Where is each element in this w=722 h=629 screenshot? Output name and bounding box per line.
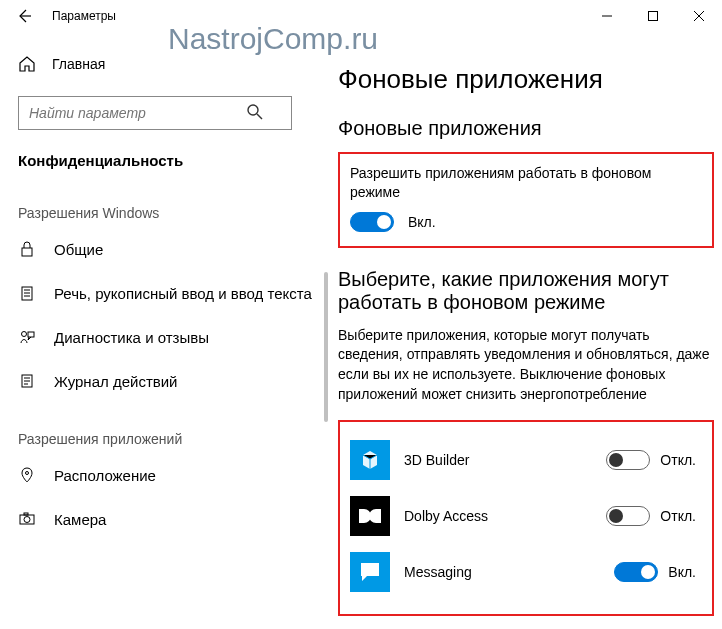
app-toggle-3d-builder[interactable] bbox=[606, 450, 650, 470]
master-toggle[interactable] bbox=[350, 212, 394, 232]
sidebar-item-camera[interactable]: Камера bbox=[0, 497, 330, 541]
sidebar-scrollbar[interactable] bbox=[316, 202, 330, 629]
master-toggle-state: Вкл. bbox=[408, 214, 436, 230]
sidebar-home-label: Главная bbox=[52, 56, 105, 72]
page-title: Фоновые приложения bbox=[338, 64, 714, 95]
sidebar-group-windows-perms: Разрешения Windows bbox=[0, 177, 330, 227]
sidebar-item-activity[interactable]: Журнал действий bbox=[0, 359, 330, 403]
titlebar: Параметры bbox=[0, 0, 722, 32]
svg-rect-20 bbox=[24, 513, 28, 515]
app-toggle-dolby[interactable] bbox=[606, 506, 650, 526]
master-toggle-description: Разрешить приложениям работать в фоновом… bbox=[350, 164, 702, 202]
sidebar-item-general[interactable]: Общие bbox=[0, 227, 330, 271]
app-row-messaging: Messaging Вкл. bbox=[350, 544, 702, 600]
section-choose-apps: Выберите, какие приложения могут работат… bbox=[338, 268, 714, 314]
app-toggle-messaging[interactable] bbox=[614, 562, 658, 582]
sidebar-item-label: Диагностика и отзывы bbox=[54, 329, 209, 346]
app-toggle-state: Откл. bbox=[660, 452, 696, 468]
sidebar-item-label: Общие bbox=[54, 241, 103, 258]
sidebar-item-diagnostics[interactable]: Диагностика и отзывы bbox=[0, 315, 330, 359]
home-icon bbox=[18, 55, 36, 73]
app-icon-dolby bbox=[350, 496, 390, 536]
app-name: Messaging bbox=[404, 564, 600, 580]
section-description: Выберите приложения, которые могут получ… bbox=[338, 326, 714, 404]
svg-point-4 bbox=[248, 105, 258, 115]
back-button[interactable] bbox=[8, 0, 40, 32]
sidebar-item-label: Речь, рукописный ввод и ввод текста bbox=[54, 285, 312, 302]
app-name: 3D Builder bbox=[404, 452, 592, 468]
scrollbar-thumb[interactable] bbox=[324, 272, 328, 422]
svg-point-19 bbox=[24, 517, 30, 523]
search-wrap bbox=[18, 96, 312, 130]
app-toggle-state: Откл. bbox=[660, 508, 696, 524]
svg-point-11 bbox=[22, 332, 27, 337]
sidebar-item-speech[interactable]: Речь, рукописный ввод и ввод текста bbox=[0, 271, 330, 315]
section-bg-apps: Фоновые приложения bbox=[338, 117, 714, 140]
svg-point-17 bbox=[26, 472, 29, 475]
app-row-3d-builder: 3D Builder Откл. bbox=[350, 432, 702, 488]
app-toggle-state: Вкл. bbox=[668, 564, 696, 580]
sidebar-item-label: Расположение bbox=[54, 467, 156, 484]
svg-line-5 bbox=[257, 114, 262, 119]
app-icon-messaging bbox=[350, 552, 390, 592]
sidebar-item-location[interactable]: Расположение bbox=[0, 453, 330, 497]
lock-icon bbox=[18, 240, 36, 258]
app-name: Dolby Access bbox=[404, 508, 592, 524]
svg-rect-12 bbox=[28, 332, 34, 337]
sidebar-item-label: Журнал действий bbox=[54, 373, 177, 390]
window-title: Параметры bbox=[52, 9, 116, 23]
app-list: 3D Builder Откл. Dolby Access Откл. bbox=[350, 432, 702, 600]
maximize-button[interactable] bbox=[630, 0, 676, 32]
clipboard-icon bbox=[18, 284, 36, 302]
search-icon[interactable] bbox=[246, 103, 264, 121]
main-content: Фоновые приложения Фоновые приложения Ра… bbox=[330, 32, 722, 629]
history-icon bbox=[18, 372, 36, 390]
sidebar-current-section: Конфиденциальность bbox=[0, 130, 330, 177]
svg-rect-6 bbox=[22, 248, 32, 256]
svg-rect-1 bbox=[649, 12, 658, 21]
close-button[interactable] bbox=[676, 0, 722, 32]
camera-icon bbox=[18, 510, 36, 528]
feedback-icon bbox=[18, 328, 36, 346]
sidebar-home[interactable]: Главная bbox=[0, 44, 330, 84]
highlight-master-toggle: Разрешить приложениям работать в фоновом… bbox=[338, 152, 714, 248]
app-icon-3dbuilder bbox=[350, 440, 390, 480]
highlight-app-list: 3D Builder Откл. Dolby Access Откл. bbox=[338, 420, 714, 616]
location-icon bbox=[18, 466, 36, 484]
sidebar-item-label: Камера bbox=[54, 511, 106, 528]
sidebar-group-app-perms: Разрешения приложений bbox=[0, 403, 330, 453]
minimize-button[interactable] bbox=[584, 0, 630, 32]
sidebar: Главная Конфиденциальность Разрешения Wi… bbox=[0, 32, 330, 629]
app-row-dolby: Dolby Access Откл. bbox=[350, 488, 702, 544]
